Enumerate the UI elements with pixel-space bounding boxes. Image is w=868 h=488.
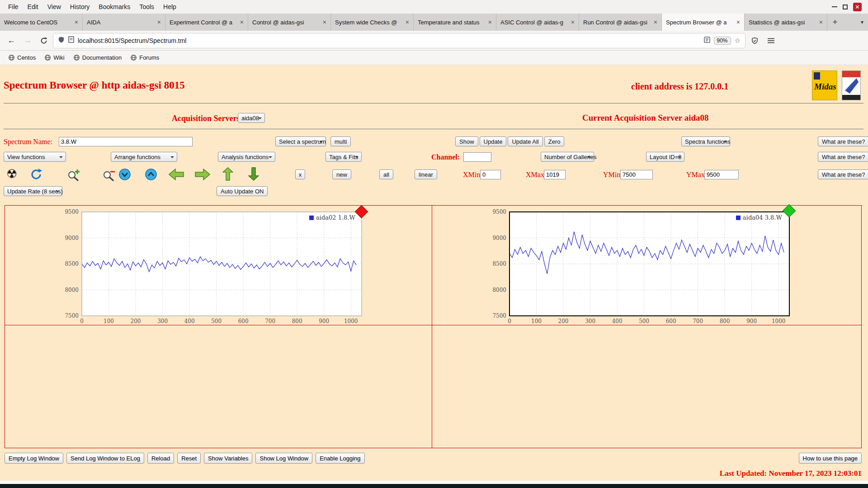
ymin-input[interactable] xyxy=(620,170,653,179)
tab-run-control[interactable]: Run Control @ aidas-gsi× xyxy=(579,14,662,31)
ymax-input[interactable] xyxy=(704,170,739,179)
reload-icon[interactable] xyxy=(37,34,51,47)
what-are-these-button-1[interactable]: What are these? xyxy=(818,136,868,146)
menu-item-bookmarks[interactable]: Bookmarks xyxy=(94,2,135,12)
tab-close-icon[interactable]: × xyxy=(406,19,409,26)
menu-item-file[interactable]: File xyxy=(4,2,23,12)
refresh-icon[interactable] xyxy=(30,168,42,181)
zero-button[interactable]: Zero xyxy=(544,136,565,146)
tab-statistics[interactable]: Statistics @ aidas-gsi× xyxy=(745,14,827,31)
tab-close-icon[interactable]: × xyxy=(736,19,740,26)
spectra-functions-dropdown[interactable]: Spectra functions xyxy=(681,136,730,146)
arrow-right-icon[interactable] xyxy=(195,169,210,180)
show-log-window-button[interactable]: Show Log Window xyxy=(255,453,312,464)
maximize-icon[interactable] xyxy=(843,5,848,9)
new-tab-button[interactable]: + xyxy=(827,14,843,31)
tab-close-icon[interactable]: × xyxy=(488,19,492,26)
view-functions-dropdown[interactable]: View functions xyxy=(4,152,66,162)
scroll-up-circle-icon[interactable] xyxy=(145,169,157,180)
arrow-down-icon[interactable] xyxy=(248,167,259,181)
tcl-tk-logo[interactable] xyxy=(842,70,861,100)
back-icon[interactable]: ← xyxy=(5,34,18,47)
xmax-input[interactable] xyxy=(544,170,566,179)
tab-close-icon[interactable]: × xyxy=(571,19,575,26)
number-of-galleries-dropdown[interactable]: Number of Galleries xyxy=(541,152,594,162)
page-info-icon[interactable] xyxy=(68,36,74,45)
show-variables-button[interactable]: Show Variables xyxy=(204,453,252,464)
tab-asic-control[interactable]: ASIC Control @ aidas-g× xyxy=(496,14,579,31)
tab-aida[interactable]: AIDA× xyxy=(83,14,165,31)
analysis-functions-dropdown[interactable]: Analysis functions xyxy=(218,152,275,162)
tags-fits-dropdown[interactable]: Tags & Fits xyxy=(326,152,362,162)
bookmark-wiki[interactable]: Wiki xyxy=(41,53,69,62)
how-to-use-button[interactable]: How to use this page xyxy=(799,453,862,464)
all-button[interactable]: all xyxy=(379,169,393,179)
zoom-out-icon[interactable] xyxy=(102,168,116,181)
radiation-icon[interactable]: ☢ xyxy=(6,168,17,180)
spectrum-chart-aida02[interactable]: 0100200300400500600700800900100075008000… xyxy=(54,209,371,324)
arrange-functions-dropdown[interactable]: Arrange functions xyxy=(111,152,177,162)
bookmark-star-icon[interactable]: ☆ xyxy=(735,37,741,45)
linear-button[interactable]: linear xyxy=(415,169,437,179)
multi-button[interactable]: multi xyxy=(330,136,351,146)
xmin-input[interactable] xyxy=(480,170,501,179)
bookmark-centos[interactable]: Centos xyxy=(5,53,40,62)
tab-temperature-status[interactable]: Temperature and status× xyxy=(414,14,496,31)
tracking-shield-icon[interactable] xyxy=(58,36,65,45)
reader-mode-icon[interactable] xyxy=(704,37,710,45)
empty-log-window-button[interactable]: Empty Log Window xyxy=(5,453,63,464)
tab-close-icon[interactable]: × xyxy=(157,19,161,26)
forward-icon[interactable]: → xyxy=(21,34,34,47)
minimize-icon[interactable] xyxy=(832,6,837,7)
update-rate-dropdown[interactable]: Update Rate (8 secs) xyxy=(4,186,62,196)
show-button[interactable]: Show xyxy=(455,136,478,146)
auto-update-button[interactable]: Auto Update ON xyxy=(217,186,268,196)
arrow-up-icon[interactable] xyxy=(222,167,233,181)
update-all-button[interactable]: Update All xyxy=(508,136,542,146)
tab-experiment-control[interactable]: Experiment Control @ a× xyxy=(165,14,248,31)
menu-item-help[interactable]: Help xyxy=(159,2,181,12)
tab-close-icon[interactable]: × xyxy=(240,19,244,26)
new-button[interactable]: new xyxy=(332,169,351,179)
x-axis-button[interactable]: x xyxy=(295,169,305,179)
acquisition-server-select[interactable]: aida08 xyxy=(238,113,265,123)
zoom-in-icon[interactable] xyxy=(67,168,80,181)
spectrum-name-input[interactable] xyxy=(59,137,193,146)
what-are-these-button-3[interactable]: What are these? xyxy=(818,169,868,179)
menu-item-edit[interactable]: Edit xyxy=(23,2,43,12)
list-all-tabs-icon[interactable]: ▾ xyxy=(856,14,868,31)
tab-close-icon[interactable]: × xyxy=(75,19,78,26)
shield-toolbar-icon[interactable] xyxy=(748,34,761,47)
bookmark-documentation[interactable]: Documentation xyxy=(70,53,126,62)
menu-item-history[interactable]: History xyxy=(66,2,94,12)
reset-button[interactable]: Reset xyxy=(177,453,201,464)
gallery-cell-bottom-right[interactable] xyxy=(432,325,861,448)
zoom-level-badge[interactable]: 90% xyxy=(714,37,731,45)
tab-welcome-centos[interactable]: Welcome to CentOS× xyxy=(0,14,83,31)
reload-button[interactable]: Reload xyxy=(147,453,174,464)
gallery-cell-bottom-left[interactable] xyxy=(5,325,432,448)
tab-close-icon[interactable]: × xyxy=(323,19,326,26)
url-bar[interactable]: localhost:8015/Spectrum/Spectrum.tml 90%… xyxy=(53,33,745,48)
enable-logging-button[interactable]: Enable Logging xyxy=(316,453,364,464)
send-log-to-elog-button[interactable]: Send Log Window to ELog xyxy=(66,453,144,464)
bookmark-forums[interactable]: Forums xyxy=(127,53,163,62)
arrow-left-icon[interactable] xyxy=(169,169,184,180)
tab-spectrum-browser[interactable]: Spectrum Browser @ a× xyxy=(662,14,745,31)
scroll-down-circle-icon[interactable] xyxy=(119,169,131,180)
close-icon[interactable]: ✕ xyxy=(853,3,862,11)
what-are-these-button-2[interactable]: What are these? xyxy=(818,152,868,162)
menu-item-view[interactable]: View xyxy=(43,2,66,12)
spectrum-chart-aida04[interactable]: 0100200300400500600700800900100075008000… xyxy=(482,209,798,324)
tab-system-wide-checks[interactable]: System wide Checks @× xyxy=(331,14,414,31)
menu-item-tools[interactable]: Tools xyxy=(135,2,159,12)
tab-control[interactable]: Control @ aidas-gsi× xyxy=(248,14,331,31)
layout-id-dropdown[interactable]: Layout ID=8 xyxy=(646,152,684,162)
midas-logo[interactable]: Midas xyxy=(812,70,837,100)
hamburger-menu-icon[interactable] xyxy=(764,34,778,47)
channel-input[interactable] xyxy=(463,152,491,162)
tab-close-icon[interactable]: × xyxy=(819,19,823,26)
update-button[interactable]: Update xyxy=(480,136,507,146)
select-spectrum-dropdown[interactable]: Select a spectrum xyxy=(275,136,326,146)
tab-close-icon[interactable]: × xyxy=(654,19,657,26)
